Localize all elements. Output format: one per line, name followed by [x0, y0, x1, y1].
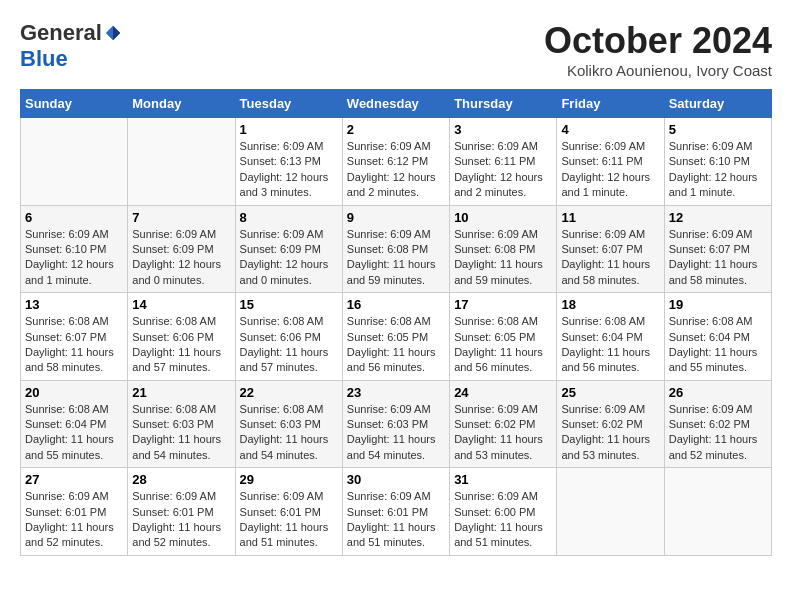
day-number: 21 — [132, 385, 230, 400]
day-number: 20 — [25, 385, 123, 400]
calendar-cell: 22Sunrise: 6:08 AM Sunset: 6:03 PM Dayli… — [235, 380, 342, 468]
day-number: 10 — [454, 210, 552, 225]
calendar-cell: 31Sunrise: 6:09 AM Sunset: 6:00 PM Dayli… — [450, 468, 557, 556]
day-info: Sunrise: 6:09 AM Sunset: 6:07 PM Dayligh… — [669, 227, 767, 289]
calendar-week-row: 6Sunrise: 6:09 AM Sunset: 6:10 PM Daylig… — [21, 205, 772, 293]
day-number: 12 — [669, 210, 767, 225]
day-number: 1 — [240, 122, 338, 137]
calendar-cell: 3Sunrise: 6:09 AM Sunset: 6:11 PM Daylig… — [450, 118, 557, 206]
calendar-cell: 1Sunrise: 6:09 AM Sunset: 6:13 PM Daylig… — [235, 118, 342, 206]
day-number: 23 — [347, 385, 445, 400]
day-number: 14 — [132, 297, 230, 312]
day-number: 26 — [669, 385, 767, 400]
logo: General Blue — [20, 20, 122, 72]
calendar-cell — [664, 468, 771, 556]
calendar-cell: 15Sunrise: 6:08 AM Sunset: 6:06 PM Dayli… — [235, 293, 342, 381]
day-info: Sunrise: 6:09 AM Sunset: 6:03 PM Dayligh… — [347, 402, 445, 464]
day-number: 29 — [240, 472, 338, 487]
day-number: 30 — [347, 472, 445, 487]
calendar-cell: 2Sunrise: 6:09 AM Sunset: 6:12 PM Daylig… — [342, 118, 449, 206]
weekday-header: Monday — [128, 90, 235, 118]
day-number: 22 — [240, 385, 338, 400]
day-info: Sunrise: 6:09 AM Sunset: 6:01 PM Dayligh… — [25, 489, 123, 551]
day-number: 9 — [347, 210, 445, 225]
calendar-cell: 14Sunrise: 6:08 AM Sunset: 6:06 PM Dayli… — [128, 293, 235, 381]
day-info: Sunrise: 6:09 AM Sunset: 6:02 PM Dayligh… — [561, 402, 659, 464]
calendar-cell: 9Sunrise: 6:09 AM Sunset: 6:08 PM Daylig… — [342, 205, 449, 293]
logo-general: General — [20, 20, 102, 46]
day-info: Sunrise: 6:09 AM Sunset: 6:08 PM Dayligh… — [347, 227, 445, 289]
day-info: Sunrise: 6:08 AM Sunset: 6:05 PM Dayligh… — [347, 314, 445, 376]
day-info: Sunrise: 6:09 AM Sunset: 6:00 PM Dayligh… — [454, 489, 552, 551]
calendar-cell — [128, 118, 235, 206]
day-info: Sunrise: 6:08 AM Sunset: 6:07 PM Dayligh… — [25, 314, 123, 376]
calendar-cell: 27Sunrise: 6:09 AM Sunset: 6:01 PM Dayli… — [21, 468, 128, 556]
day-info: Sunrise: 6:09 AM Sunset: 6:09 PM Dayligh… — [240, 227, 338, 289]
calendar-header-row: SundayMondayTuesdayWednesdayThursdayFrid… — [21, 90, 772, 118]
day-info: Sunrise: 6:09 AM Sunset: 6:01 PM Dayligh… — [240, 489, 338, 551]
calendar-cell: 30Sunrise: 6:09 AM Sunset: 6:01 PM Dayli… — [342, 468, 449, 556]
day-number: 3 — [454, 122, 552, 137]
calendar-week-row: 27Sunrise: 6:09 AM Sunset: 6:01 PM Dayli… — [21, 468, 772, 556]
weekday-header: Tuesday — [235, 90, 342, 118]
calendar: SundayMondayTuesdayWednesdayThursdayFrid… — [20, 89, 772, 556]
day-number: 7 — [132, 210, 230, 225]
calendar-cell: 18Sunrise: 6:08 AM Sunset: 6:04 PM Dayli… — [557, 293, 664, 381]
logo-icon — [104, 24, 122, 42]
day-info: Sunrise: 6:08 AM Sunset: 6:04 PM Dayligh… — [561, 314, 659, 376]
day-number: 27 — [25, 472, 123, 487]
day-info: Sunrise: 6:09 AM Sunset: 6:02 PM Dayligh… — [454, 402, 552, 464]
day-info: Sunrise: 6:09 AM Sunset: 6:07 PM Dayligh… — [561, 227, 659, 289]
day-info: Sunrise: 6:09 AM Sunset: 6:08 PM Dayligh… — [454, 227, 552, 289]
month-title: October 2024 — [544, 20, 772, 62]
weekday-header: Thursday — [450, 90, 557, 118]
day-info: Sunrise: 6:08 AM Sunset: 6:06 PM Dayligh… — [132, 314, 230, 376]
location: Kolikro Aounienou, Ivory Coast — [544, 62, 772, 79]
day-number: 28 — [132, 472, 230, 487]
day-info: Sunrise: 6:08 AM Sunset: 6:03 PM Dayligh… — [132, 402, 230, 464]
day-number: 6 — [25, 210, 123, 225]
calendar-week-row: 13Sunrise: 6:08 AM Sunset: 6:07 PM Dayli… — [21, 293, 772, 381]
day-info: Sunrise: 6:09 AM Sunset: 6:01 PM Dayligh… — [347, 489, 445, 551]
logo-blue: Blue — [20, 46, 68, 71]
day-info: Sunrise: 6:08 AM Sunset: 6:04 PM Dayligh… — [669, 314, 767, 376]
day-number: 8 — [240, 210, 338, 225]
svg-marker-1 — [113, 26, 120, 40]
day-number: 13 — [25, 297, 123, 312]
calendar-cell: 5Sunrise: 6:09 AM Sunset: 6:10 PM Daylig… — [664, 118, 771, 206]
calendar-cell: 20Sunrise: 6:08 AM Sunset: 6:04 PM Dayli… — [21, 380, 128, 468]
calendar-cell: 19Sunrise: 6:08 AM Sunset: 6:04 PM Dayli… — [664, 293, 771, 381]
day-number: 19 — [669, 297, 767, 312]
weekday-header: Friday — [557, 90, 664, 118]
weekday-header: Sunday — [21, 90, 128, 118]
calendar-cell: 21Sunrise: 6:08 AM Sunset: 6:03 PM Dayli… — [128, 380, 235, 468]
day-info: Sunrise: 6:09 AM Sunset: 6:11 PM Dayligh… — [561, 139, 659, 201]
calendar-cell: 23Sunrise: 6:09 AM Sunset: 6:03 PM Dayli… — [342, 380, 449, 468]
title-section: October 2024 Kolikro Aounienou, Ivory Co… — [544, 20, 772, 79]
day-number: 24 — [454, 385, 552, 400]
day-info: Sunrise: 6:09 AM Sunset: 6:11 PM Dayligh… — [454, 139, 552, 201]
calendar-cell — [21, 118, 128, 206]
calendar-cell — [557, 468, 664, 556]
page-header: General Blue October 2024 Kolikro Aounie… — [20, 20, 772, 79]
day-number: 2 — [347, 122, 445, 137]
calendar-week-row: 20Sunrise: 6:08 AM Sunset: 6:04 PM Dayli… — [21, 380, 772, 468]
calendar-cell: 25Sunrise: 6:09 AM Sunset: 6:02 PM Dayli… — [557, 380, 664, 468]
day-number: 18 — [561, 297, 659, 312]
calendar-cell: 10Sunrise: 6:09 AM Sunset: 6:08 PM Dayli… — [450, 205, 557, 293]
day-info: Sunrise: 6:08 AM Sunset: 6:03 PM Dayligh… — [240, 402, 338, 464]
day-number: 25 — [561, 385, 659, 400]
day-number: 16 — [347, 297, 445, 312]
calendar-cell: 11Sunrise: 6:09 AM Sunset: 6:07 PM Dayli… — [557, 205, 664, 293]
day-number: 11 — [561, 210, 659, 225]
day-info: Sunrise: 6:08 AM Sunset: 6:04 PM Dayligh… — [25, 402, 123, 464]
calendar-cell: 7Sunrise: 6:09 AM Sunset: 6:09 PM Daylig… — [128, 205, 235, 293]
day-number: 17 — [454, 297, 552, 312]
day-info: Sunrise: 6:09 AM Sunset: 6:13 PM Dayligh… — [240, 139, 338, 201]
day-info: Sunrise: 6:08 AM Sunset: 6:06 PM Dayligh… — [240, 314, 338, 376]
day-info: Sunrise: 6:09 AM Sunset: 6:01 PM Dayligh… — [132, 489, 230, 551]
day-number: 31 — [454, 472, 552, 487]
day-info: Sunrise: 6:09 AM Sunset: 6:12 PM Dayligh… — [347, 139, 445, 201]
day-info: Sunrise: 6:09 AM Sunset: 6:02 PM Dayligh… — [669, 402, 767, 464]
calendar-cell: 24Sunrise: 6:09 AM Sunset: 6:02 PM Dayli… — [450, 380, 557, 468]
